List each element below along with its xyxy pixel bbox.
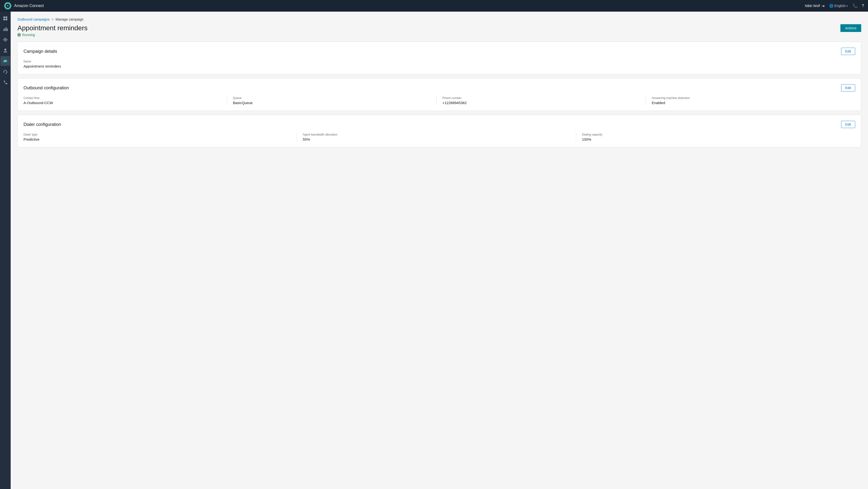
actions-button[interactable]: Actions [840, 24, 861, 32]
breadcrumb: Outbound campaigns > Manage campaign [18, 18, 861, 21]
dialer-config-header: Dialer configuration Edit [24, 121, 855, 128]
app-logo: Amazon Connect [4, 2, 44, 10]
queue-value: BasicQueue [233, 101, 431, 105]
contact-flow-value: A-Outbound-CCW [24, 101, 221, 105]
bandwidth-field: Agent bandwidth allocation 55% [297, 133, 576, 141]
sidebar-item-dashboard[interactable] [0, 13, 10, 23]
svg-rect-5 [6, 17, 7, 18]
breadcrumb-parent-link[interactable]: Outbound campaigns [18, 18, 50, 21]
capacity-value: 100% [582, 137, 849, 141]
contact-flow-label: Contact flow [24, 96, 221, 100]
dashboard-icon [3, 16, 8, 21]
outbound-config-fields: Contact flow A-Outbound-CCW Queue BasicQ… [24, 96, 855, 105]
sidebar-item-routing[interactable] [0, 35, 10, 44]
outbound-config-card: Outbound configuration Edit Contact flow… [18, 78, 861, 111]
contact-flow-field: Contact flow A-Outbound-CCW [24, 96, 227, 105]
page-title-block: Appointment reminders Running [18, 24, 87, 37]
top-navigation: Amazon Connect Nikki Wolf ⇥ 🌐 English ▾ … [0, 0, 868, 12]
svg-rect-16 [3, 71, 4, 73]
bandwidth-label: Agent bandwidth allocation [303, 133, 570, 136]
svg-point-13 [4, 48, 6, 51]
sidebar-item-phone[interactable] [0, 77, 10, 87]
dialer-config-edit-button[interactable]: Edit [841, 121, 855, 128]
amd-label: Answering machine detection [652, 96, 849, 100]
campaign-name-value: Appointment reminders [24, 64, 855, 68]
main-content: Outbound campaigns > Manage campaign App… [11, 12, 868, 489]
svg-rect-9 [5, 28, 5, 31]
username: Nikki Wolf [805, 4, 820, 8]
campaign-details-edit-button[interactable]: Edit [841, 48, 855, 55]
topnav-right: Nikki Wolf ⇥ 🌐 English ▾ 📞 ? [805, 3, 864, 8]
campaign-name-label: Name [24, 60, 855, 63]
phone-icon [3, 80, 8, 85]
dialer-config-fields: Dialer type Predictive Agent bandwidth a… [24, 133, 855, 141]
outbound-config-edit-button[interactable]: Edit [841, 84, 855, 92]
queue-field: Queue BasicQueue [227, 96, 436, 105]
language-selector[interactable]: 🌐 English ▾ [829, 4, 848, 8]
capacity-field: Dialing capacity 100% [576, 133, 855, 141]
svg-rect-10 [6, 27, 6, 31]
chevron-down-icon: ▾ [846, 5, 848, 7]
dialer-config-card: Dialer configuration Edit Dialer type Pr… [18, 115, 861, 148]
svg-rect-7 [6, 19, 7, 20]
user-menu[interactable]: Nikki Wolf ⇥ [805, 4, 825, 8]
sidebar-item-analytics[interactable] [0, 24, 10, 34]
phone-icon[interactable]: 📞 [852, 3, 858, 8]
logo-icon [4, 2, 11, 10]
page-title: Appointment reminders [18, 24, 87, 32]
bandwidth-value: 55% [303, 137, 570, 141]
analytics-icon [3, 27, 8, 31]
status-dot-icon [18, 33, 21, 37]
svg-point-12 [5, 39, 6, 40]
sidebar [0, 12, 11, 489]
svg-point-3 [7, 5, 8, 6]
dialer-type-label: Dialer type [24, 133, 291, 136]
dialer-type-field: Dialer type Predictive [24, 133, 297, 141]
breadcrumb-separator: > [52, 18, 54, 21]
svg-rect-4 [3, 17, 5, 18]
dialer-config-title: Dialer configuration [24, 122, 61, 127]
svg-rect-11 [7, 29, 8, 31]
agent-icon [3, 69, 8, 74]
outbound-config-header: Outbound configuration Edit [24, 84, 855, 92]
phone-number-field: Phone number +12268945362 [436, 96, 646, 105]
help-icon[interactable]: ? [862, 4, 864, 8]
breadcrumb-current: Manage campaign [56, 18, 83, 21]
globe-icon: 🌐 [829, 4, 833, 8]
dialer-type-value: Predictive [24, 137, 291, 141]
amd-field: Answering machine detection Enabled [646, 96, 855, 105]
phone-number-label: Phone number [442, 96, 640, 100]
sidebar-item-users[interactable] [0, 45, 10, 55]
campaign-details-title: Campaign details [24, 49, 57, 54]
svg-rect-6 [3, 19, 5, 20]
app-body: Outbound campaigns > Manage campaign App… [0, 12, 868, 489]
page-header: Appointment reminders Running Actions [18, 24, 861, 37]
status-badge: Running [18, 33, 87, 37]
phone-number-value: +12268945362 [442, 101, 640, 105]
users-icon [3, 48, 8, 53]
routing-icon [3, 37, 8, 42]
app-name: Amazon Connect [14, 4, 44, 8]
campaigns-icon [3, 59, 8, 63]
outbound-config-title: Outbound configuration [24, 86, 69, 91]
capacity-label: Dialing capacity [582, 133, 849, 136]
sidebar-item-agent[interactable] [0, 67, 10, 76]
topnav-icons: 📞 ? [852, 3, 864, 8]
logout-icon[interactable]: ⇥ [821, 4, 825, 8]
svg-rect-17 [6, 71, 7, 73]
amd-value: Enabled [652, 101, 849, 105]
svg-rect-14 [6, 60, 7, 62]
language-label: English [834, 4, 845, 8]
queue-label: Queue [233, 96, 431, 100]
svg-rect-8 [3, 29, 4, 31]
campaign-details-card: Campaign details Edit Name Appointment r… [18, 42, 861, 74]
status-label: Running [22, 33, 35, 37]
campaign-details-header: Campaign details Edit [24, 48, 855, 55]
sidebar-item-campaigns[interactable] [0, 56, 10, 66]
campaign-name-field: Name Appointment reminders [24, 60, 855, 68]
